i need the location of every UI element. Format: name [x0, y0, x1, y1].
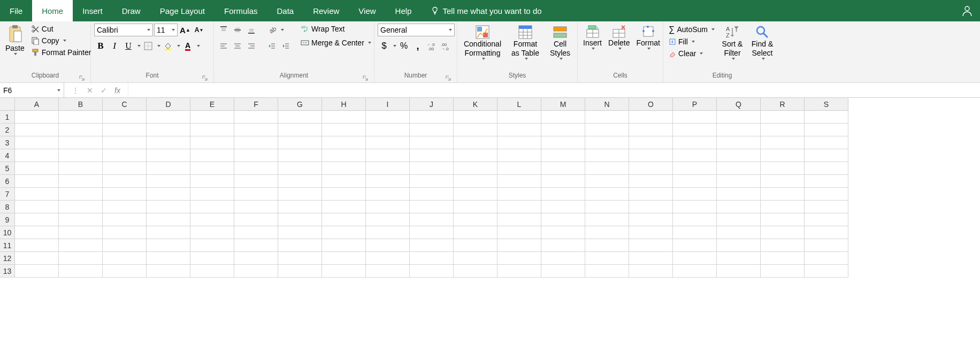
cell[interactable]	[761, 265, 805, 278]
row-header[interactable]: 4	[0, 149, 15, 162]
cell[interactable]	[15, 149, 59, 162]
column-header[interactable]: J	[410, 98, 454, 111]
cell[interactable]	[234, 188, 278, 201]
cell[interactable]	[103, 149, 147, 162]
cell[interactable]	[454, 175, 497, 188]
cell[interactable]	[497, 162, 541, 175]
column-header[interactable]: D	[147, 98, 190, 111]
cell[interactable]	[103, 188, 147, 201]
cell[interactable]	[147, 175, 190, 188]
cell[interactable]	[717, 111, 761, 124]
cell[interactable]	[673, 239, 717, 252]
cell[interactable]	[278, 124, 322, 136]
cell[interactable]	[585, 149, 629, 162]
cell[interactable]	[585, 162, 629, 175]
cell[interactable]	[717, 201, 761, 213]
cell[interactable]	[234, 239, 278, 252]
row-header[interactable]: 8	[0, 201, 15, 213]
cell[interactable]	[761, 136, 805, 149]
cell[interactable]	[234, 201, 278, 213]
enter-icon[interactable]: ✓	[101, 86, 107, 95]
fx-icon[interactable]: fx	[114, 86, 120, 95]
tab-help[interactable]: Help	[386, 0, 422, 21]
tab-insert[interactable]: Insert	[73, 0, 112, 21]
decrease-indent-button[interactable]	[265, 40, 278, 52]
cell[interactable]	[322, 188, 366, 201]
delete-cells-button[interactable]: Delete	[606, 24, 632, 51]
cell[interactable]	[103, 111, 147, 124]
dialog-launcher-icon[interactable]	[202, 75, 208, 81]
column-header[interactable]: O	[629, 98, 673, 111]
column-header[interactable]: N	[585, 98, 629, 111]
cell[interactable]	[59, 111, 103, 124]
increase-decimal-button[interactable]: ←.0.00	[425, 40, 438, 52]
row-header[interactable]: 5	[0, 162, 15, 175]
cell[interactable]	[761, 111, 805, 124]
tab-page-layout[interactable]: Page Layout	[150, 0, 215, 21]
cell[interactable]	[629, 111, 673, 124]
cell[interactable]	[366, 149, 410, 162]
sort-filter-button[interactable]: AZ Sort & Filter	[719, 24, 746, 61]
cell[interactable]	[497, 201, 541, 213]
align-middle-button[interactable]	[231, 24, 244, 36]
cell[interactable]	[454, 226, 497, 239]
cell[interactable]	[234, 136, 278, 149]
cell[interactable]	[805, 149, 848, 162]
cell[interactable]	[278, 111, 322, 124]
cell[interactable]	[190, 149, 234, 162]
cell[interactable]	[629, 175, 673, 188]
formula-input[interactable]	[128, 83, 980, 97]
cell[interactable]	[717, 162, 761, 175]
cell[interactable]	[15, 265, 59, 278]
align-bottom-button[interactable]	[245, 24, 258, 36]
cell[interactable]	[673, 149, 717, 162]
column-header[interactable]: M	[541, 98, 585, 111]
cell[interactable]	[805, 124, 848, 136]
cell[interactable]	[59, 252, 103, 265]
cell[interactable]	[366, 239, 410, 252]
cell[interactable]	[322, 226, 366, 239]
merge-center-button[interactable]: Merge & Center	[298, 37, 373, 48]
cell[interactable]	[103, 201, 147, 213]
cell[interactable]	[805, 213, 848, 226]
cell[interactable]	[410, 252, 454, 265]
cell[interactable]	[629, 162, 673, 175]
column-header[interactable]: E	[190, 98, 234, 111]
cell[interactable]	[278, 226, 322, 239]
row-header[interactable]: 9	[0, 213, 15, 226]
cell[interactable]	[147, 239, 190, 252]
cell[interactable]	[190, 188, 234, 201]
cell[interactable]	[366, 213, 410, 226]
cell[interactable]	[278, 162, 322, 175]
accounting-dropdown[interactable]	[393, 45, 396, 47]
font-size-combo[interactable]: 11	[154, 24, 178, 36]
cell[interactable]	[147, 252, 190, 265]
font-name-combo[interactable]: Calibri	[94, 24, 153, 36]
cell[interactable]	[541, 111, 585, 124]
comma-button[interactable]: ,	[411, 40, 424, 52]
cell[interactable]	[454, 136, 497, 149]
row-header[interactable]: 7	[0, 188, 15, 201]
cell[interactable]	[366, 226, 410, 239]
cell[interactable]	[59, 162, 103, 175]
column-header[interactable]: L	[497, 98, 541, 111]
cell[interactable]	[497, 239, 541, 252]
dialog-launcher-icon[interactable]	[362, 75, 369, 81]
cell[interactable]	[103, 124, 147, 136]
cell[interactable]	[15, 175, 59, 188]
cell[interactable]	[673, 124, 717, 136]
cells-area[interactable]	[15, 111, 848, 278]
cell[interactable]	[190, 124, 234, 136]
fill-color-dropdown[interactable]	[177, 45, 180, 47]
cell[interactable]	[497, 124, 541, 136]
cell[interactable]	[541, 265, 585, 278]
cell[interactable]	[497, 111, 541, 124]
cell[interactable]	[366, 175, 410, 188]
clear-button[interactable]: Clear	[667, 48, 717, 59]
tab-formulas[interactable]: Formulas	[215, 0, 267, 21]
copy-button[interactable]: Copy	[29, 35, 94, 46]
cell[interactable]	[15, 162, 59, 175]
cell[interactable]	[541, 252, 585, 265]
cell[interactable]	[454, 252, 497, 265]
find-select-button[interactable]: Find & Select	[748, 24, 777, 61]
